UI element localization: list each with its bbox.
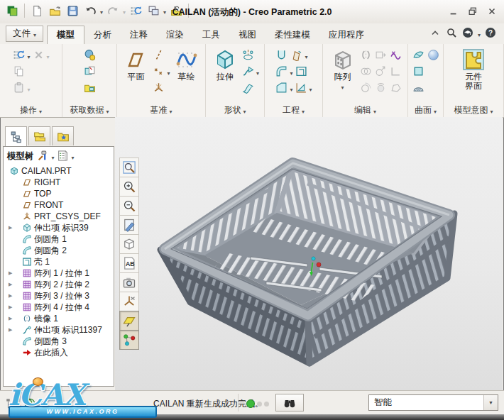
group-label-editing[interactable]: 编辑 [323, 104, 407, 117]
new-file-button[interactable] [29, 3, 45, 18]
saved-views-button[interactable] [119, 272, 139, 292]
display-style-button[interactable] [119, 234, 139, 254]
zoom-out-button[interactable] [119, 196, 139, 216]
puzzle-button[interactable]: 元件 界面 [459, 48, 488, 92]
sweep-button[interactable] [241, 65, 255, 78]
group-label-surfaces[interactable]: 曲面 [408, 104, 443, 117]
tree-item[interactable]: ▶镜像 1 [4, 313, 114, 324]
shrinkwrap-button[interactable] [83, 81, 97, 94]
expand-arrow-icon[interactable]: ▶ [9, 282, 12, 287]
annotation-display-button[interactable]: AB [119, 253, 139, 273]
creo-logo-button[interactable] [4, 3, 20, 18]
resources-button[interactable] [461, 27, 474, 40]
help-button[interactable]: ? [484, 27, 497, 40]
point-button[interactable] [152, 65, 165, 78]
tree-item[interactable]: RIGHT [4, 177, 114, 188]
tree-item[interactable]: PRT_CSYS_DEF [4, 211, 114, 222]
import-geom-button[interactable] [83, 48, 97, 62]
tab-应用程序[interactable]: 应用程序 [319, 26, 373, 44]
extrude-button[interactable]: 拉伸 [211, 48, 239, 82]
tree-item[interactable]: ▶阵列 3 / 拉伸 3 [4, 290, 114, 302]
tab-渲染[interactable]: 渲染 [157, 26, 193, 44]
win-restore-button[interactable] [466, 5, 479, 17]
group-label-get_data[interactable]: 获取数据 [62, 104, 116, 117]
tree-item[interactable]: 倒圆角 1 [4, 233, 114, 245]
zoom-region-button[interactable] [119, 158, 139, 177]
search-button[interactable] [445, 27, 458, 40]
tree-item[interactable]: 倒圆角 2 [4, 245, 114, 256]
tree-item[interactable]: FRONT [4, 199, 114, 211]
repaint-button[interactable] [119, 215, 139, 235]
tree-item[interactable]: CAILAN.PRT [4, 165, 114, 177]
find-button[interactable] [275, 394, 304, 411]
csys-button[interactable] [152, 81, 165, 94]
sketch-button[interactable]: 草绘 [172, 48, 201, 82]
sphere-button[interactable] [427, 48, 440, 62]
fill-surf-button[interactable] [412, 65, 425, 78]
collapse-button[interactable] [429, 27, 442, 40]
regenerate-button[interactable] [128, 3, 143, 18]
revolve-button[interactable] [241, 48, 255, 62]
expand-arrow-icon[interactable]: ▶ [9, 327, 12, 332]
trim-button[interactable] [389, 48, 402, 62]
expand-arrow-icon[interactable]: ▶ [9, 270, 12, 275]
tree-item[interactable]: ▶阵列 2 / 拉伸 2 [4, 279, 114, 290]
tree-tab-button[interactable] [5, 126, 27, 147]
tree-item[interactable]: ▶阵列 4 / 拉伸 4 [4, 302, 114, 313]
group-label-operations[interactable]: 操作 [0, 104, 62, 117]
tab-分析[interactable]: 分析 [84, 26, 121, 44]
datum-display-button[interactable] [119, 292, 139, 311]
graphics-area[interactable]: AB [115, 117, 503, 391]
axis-button[interactable] [152, 48, 165, 62]
rib-button[interactable] [295, 81, 308, 94]
model-windows-button[interactable] [146, 3, 161, 18]
hole-button[interactable] [275, 48, 288, 62]
basket-3d-model[interactable] [146, 147, 472, 374]
group-label-datum[interactable]: 基准 [117, 104, 205, 117]
regenerate-button[interactable] [12, 48, 26, 62]
file-menu-button[interactable]: 文件 [6, 26, 43, 42]
win-close-button[interactable] [485, 5, 498, 17]
tab-柔性建模[interactable]: 柔性建模 [265, 26, 319, 44]
expand-arrow-icon[interactable]: ▶ [9, 304, 12, 309]
nav-toggle-button[interactable] [4, 396, 19, 411]
settings-list-button[interactable] [57, 150, 70, 162]
tab-视图[interactable]: 视图 [229, 26, 265, 44]
open-button[interactable] [47, 3, 62, 18]
chamfer-button[interactable] [275, 81, 288, 94]
fav-tab-button[interactable] [52, 126, 74, 145]
copy-geom-button[interactable] [83, 65, 97, 78]
tree-item[interactable]: ▶伸出项 标识39 [4, 222, 114, 233]
expand-arrow-icon[interactable]: ▶ [9, 225, 12, 230]
browser-toggle-button[interactable] [22, 396, 38, 411]
tree-item[interactable]: ▶阵列 1 / 拉伸 1 [4, 267, 114, 279]
expand-arrow-icon[interactable]: ▶ [9, 293, 12, 298]
pattern-lg-button[interactable]: 阵列 [329, 48, 357, 92]
shell-button[interactable] [295, 65, 308, 78]
tab-工具[interactable]: 工具 [193, 26, 229, 44]
undo-button[interactable] [82, 3, 98, 18]
swept-blend-button[interactable] [241, 81, 255, 94]
tab-模型[interactable]: 模型 [47, 26, 84, 44]
plane-button[interactable]: 平面 [121, 48, 150, 82]
freestyle-button[interactable] [412, 81, 425, 94]
save-button[interactable] [65, 3, 80, 18]
group-label-model_intent[interactable]: 模型意图 [444, 104, 503, 117]
tools-button[interactable] [37, 150, 50, 162]
tree-item[interactable]: TOP [4, 188, 114, 199]
tab-注释[interactable]: 注释 [121, 26, 157, 44]
group-label-engineering[interactable]: 工程 [265, 104, 322, 117]
spin-center-button[interactable] [119, 330, 139, 350]
selection-filter-dropdown[interactable] [483, 395, 498, 410]
draft-button[interactable] [290, 48, 303, 62]
zoom-in-button[interactable] [119, 177, 139, 197]
tree-item[interactable]: ▶伸出项 标识11397 [4, 324, 114, 336]
round-button[interactable] [275, 65, 288, 78]
tree-item[interactable]: 倒圆角 3 [4, 336, 114, 347]
expand-arrow-icon[interactable]: ▶ [9, 316, 12, 321]
redo-button[interactable] [105, 3, 121, 18]
boundary-blend-button[interactable] [412, 48, 425, 62]
selection-filter[interactable]: 智能 [368, 394, 498, 411]
annotation-toggle-button[interactable] [119, 311, 139, 331]
folder-tab-button[interactable] [28, 126, 50, 145]
